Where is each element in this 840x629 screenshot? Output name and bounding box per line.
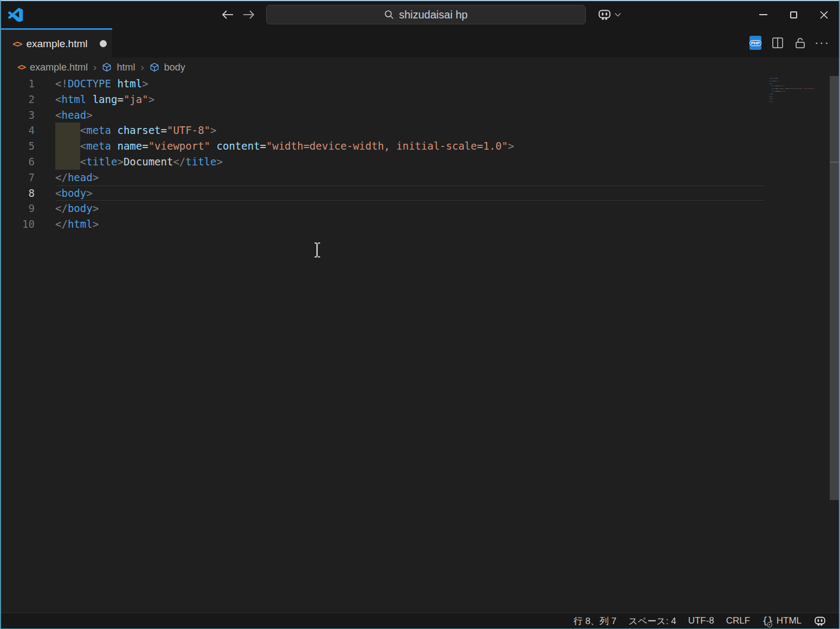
badge-x-icon: × (767, 622, 772, 627)
search-icon (384, 10, 394, 20)
code-line[interactable]: <body> (55, 185, 514, 201)
php-file-icon: PHP (749, 36, 761, 50)
line-number[interactable]: 8 (1, 185, 35, 201)
vscode-logo-icon (8, 7, 23, 22)
more-actions-button[interactable]: ··· (815, 36, 829, 50)
back-arrow-button[interactable] (221, 8, 235, 22)
code-line[interactable]: <meta charset="UTF-8"> (55, 123, 514, 138)
braces-icon: {}× (762, 615, 773, 626)
code-line[interactable]: </body> (55, 201, 514, 216)
editor-actions: PHP ··· (748, 28, 829, 57)
line-number[interactable]: 9 (1, 201, 35, 216)
status-bar: 行 8、列 7 スペース: 4 UTF-8 CRLF {}× HTML (1, 613, 839, 628)
html-file-icon: <> (12, 38, 21, 49)
code-line[interactable]: <head> (55, 107, 514, 123)
symbol-cube-icon (150, 62, 159, 72)
line-number[interactable]: 4 (1, 123, 35, 138)
unsaved-changes-dot[interactable] (100, 40, 107, 47)
code-line[interactable]: <title>Document</title> (55, 154, 514, 170)
minimap[interactable]: <!DOCTYPE html><html lang="ja"><head> <m… (769, 77, 823, 103)
title-bar: shizudaisai hp (1, 1, 839, 28)
encoding-indicator[interactable]: UTF-8 (682, 613, 720, 628)
command-center-search[interactable]: shizudaisai hp (266, 5, 586, 24)
close-button[interactable] (809, 1, 839, 28)
cursor-position-indicator[interactable]: 行 8、列 7 (567, 613, 622, 628)
eol-indicator[interactable]: CRLF (720, 613, 756, 628)
code-line[interactable]: </html> (55, 216, 514, 232)
forward-arrow-button[interactable] (242, 8, 256, 22)
code-line[interactable]: <meta name="viewport" content="width=dev… (55, 138, 514, 154)
symbol-cube-icon (102, 62, 112, 72)
close-icon (820, 11, 828, 19)
line-number[interactable]: 6 (1, 154, 35, 170)
line-number[interactable]: 3 (1, 107, 35, 123)
language-mode-indicator[interactable]: {}× HTML (756, 613, 807, 628)
line-number[interactable]: 5 (1, 138, 35, 154)
line-number[interactable]: 2 (1, 92, 35, 107)
breadcrumb-segment-body[interactable]: body (164, 62, 185, 73)
chevron-down-icon (615, 12, 621, 17)
breadcrumb-separator: › (93, 61, 96, 73)
minimize-button[interactable] (748, 1, 778, 28)
split-editor-button[interactable] (771, 36, 785, 50)
window-controls (748, 1, 839, 28)
more-actions-icon: ··· (815, 40, 830, 46)
overview-ruler-cursor-mark (830, 162, 839, 163)
line-number[interactable]: 7 (1, 170, 35, 185)
code-editor[interactable]: 12345678910 <!DOCTYPE html><html lang="j… (1, 76, 839, 613)
maximize-button[interactable] (778, 1, 809, 28)
lock-button[interactable] (793, 36, 807, 50)
minimize-icon (759, 14, 767, 15)
mouse-ibeam-cursor (312, 242, 322, 258)
indentation-indicator[interactable]: スペース: 4 (623, 613, 682, 628)
php-server-button[interactable]: PHP (748, 36, 763, 50)
breadcrumb-separator: › (140, 61, 144, 73)
html-file-icon: <> (17, 62, 25, 72)
vertical-scrollbar[interactable] (830, 76, 839, 500)
code-line[interactable]: <!DOCTYPE html> (55, 76, 514, 92)
line-number-gutter[interactable]: 12345678910 (1, 76, 35, 232)
maximize-icon (790, 11, 797, 18)
code-content[interactable]: <!DOCTYPE html><html lang="ja"><head> <m… (55, 76, 514, 232)
split-editor-icon (772, 37, 784, 49)
code-line[interactable]: </html> (769, 100, 823, 103)
breadcrumb: <> example.html › html › body (1, 57, 839, 77)
copilot-menu-button[interactable] (597, 7, 621, 22)
line-number[interactable]: 10 (1, 216, 35, 232)
unlock-icon (794, 37, 806, 49)
code-line[interactable]: </head> (55, 170, 514, 185)
tab-label: example.html (26, 38, 87, 50)
breadcrumb-segment-html[interactable]: html (117, 62, 135, 73)
copilot-icon (597, 7, 612, 22)
line-number[interactable]: 1 (1, 76, 35, 92)
vscode-window: shizudaisai hp <> example.html (0, 0, 840, 629)
copilot-status-button[interactable] (807, 613, 832, 628)
tab-bar: <> example.html PHP ··· (1, 28, 839, 57)
breadcrumb-file[interactable]: example.html (30, 62, 88, 73)
copilot-icon (813, 614, 826, 627)
tab-example-html[interactable]: <> example.html (1, 28, 112, 57)
code-line[interactable]: <html lang="ja"> (55, 92, 514, 107)
search-value: shizudaisai hp (399, 9, 468, 21)
